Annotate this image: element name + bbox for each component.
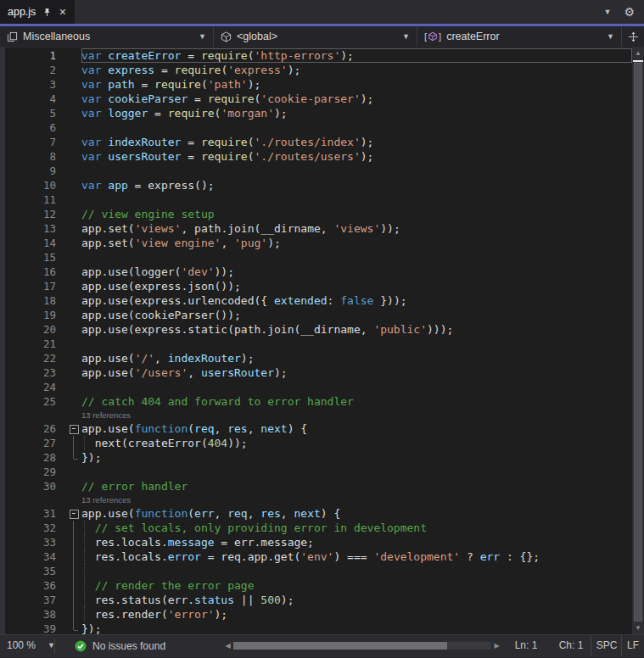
zoom-selector[interactable]: 100 % ▼ <box>7 635 55 656</box>
code-text[interactable]: // error handler <box>81 479 632 494</box>
code-text[interactable]: res.locals.error = req.app.get('env') ==… <box>81 549 632 564</box>
split-window-button[interactable] <box>622 26 644 47</box>
code-text[interactable]: app.set('view engine', 'pug'); <box>81 236 632 250</box>
code-text[interactable]: app.set('views', path.join(__dirname, 'v… <box>81 221 632 236</box>
code-text[interactable]: var indexRouter = require('./routes/inde… <box>81 135 632 149</box>
line-number[interactable]: 19 <box>0 308 68 322</box>
codelens-references-link[interactable]: 13 references <box>81 409 632 421</box>
line-number[interactable]: 6 <box>0 120 68 135</box>
code-text[interactable] <box>81 564 632 578</box>
code-text[interactable] <box>81 465 632 479</box>
line-number[interactable]: 17 <box>0 279 68 293</box>
code-text[interactable]: res.status(err.status || 500); <box>81 593 632 607</box>
line-number[interactable]: 12 <box>0 207 68 221</box>
code-text[interactable]: var createError = require('http-errors')… <box>81 48 632 63</box>
line-number[interactable]: 28 <box>0 450 68 465</box>
code-text[interactable]: // catch 404 and forward to error handle… <box>81 394 632 409</box>
spaces-indicator[interactable]: SPC <box>591 635 622 656</box>
code-text[interactable] <box>81 250 632 265</box>
line-number[interactable]: 38 <box>0 607 68 622</box>
line-number[interactable]: 13 <box>0 221 68 236</box>
line-number[interactable]: 5 <box>0 106 68 120</box>
code-text[interactable]: next(createError(404)); <box>81 436 632 450</box>
code-editor[interactable]: 1var createError = require('http-errors'… <box>0 47 644 634</box>
vertical-scrollbar[interactable]: ▲ ▼ <box>632 47 644 634</box>
line-number[interactable]: 11 <box>0 192 68 207</box>
line-number[interactable]: 15 <box>0 250 68 265</box>
line-number[interactable]: 9 <box>0 164 68 178</box>
code-text[interactable]: // render the error page <box>81 578 632 593</box>
member-dropdown[interactable]: [ ] createError ▼ <box>417 26 622 47</box>
line-number[interactable]: 3 <box>0 77 68 92</box>
fold-collapse-icon[interactable] <box>68 506 81 521</box>
fold-collapse-icon[interactable] <box>68 421 81 436</box>
code-text[interactable]: // set locals, only providing error in d… <box>81 521 632 535</box>
line-number[interactable]: 2 <box>0 63 68 77</box>
code-text[interactable]: }); <box>81 622 632 634</box>
line-number[interactable]: 16 <box>0 265 68 279</box>
horizontal-scrollbar[interactable]: ◀ ▶ <box>222 640 502 651</box>
line-number[interactable]: 32 <box>0 521 68 535</box>
line-number[interactable]: 29 <box>0 465 68 479</box>
horizontal-scrollbar-track[interactable] <box>233 642 491 650</box>
line-number[interactable]: 36 <box>0 578 68 593</box>
code-text[interactable]: var app = express(); <box>81 178 632 192</box>
line-number[interactable]: 18 <box>0 293 68 308</box>
code-text[interactable] <box>81 164 632 178</box>
code-text[interactable]: var cookieParser = require('cookie-parse… <box>81 92 632 106</box>
line-number[interactable]: 20 <box>0 322 68 337</box>
code-text[interactable]: // view engine setup <box>81 207 632 221</box>
scroll-left-arrow-icon[interactable]: ◀ <box>222 642 233 650</box>
scroll-down-arrow-icon[interactable]: ▼ <box>632 622 644 634</box>
line-number[interactable]: 23 <box>0 365 68 380</box>
vertical-scrollbar-thumb[interactable] <box>634 63 642 622</box>
code-text[interactable]: app.use(express.urlencoded({ extended: f… <box>81 293 632 308</box>
eol-indicator[interactable]: LF <box>621 635 644 656</box>
code-text[interactable] <box>81 192 632 207</box>
code-text[interactable]: var usersRouter = require('./routes/user… <box>81 149 632 164</box>
line-number[interactable]: 25 <box>0 394 68 409</box>
code-text[interactable]: var path = require('path'); <box>81 77 632 92</box>
line-number[interactable]: 10 <box>0 178 68 192</box>
line-number[interactable]: 31 <box>0 506 68 521</box>
line-number[interactable]: 22 <box>0 351 68 365</box>
scope-dropdown[interactable]: <global> ▼ <box>214 26 417 47</box>
code-text[interactable]: app.use(express.static(path.join(__dirna… <box>81 322 632 337</box>
project-dropdown[interactable]: Miscellaneous ▼ <box>0 26 214 47</box>
code-text[interactable]: }); <box>81 450 632 465</box>
code-text[interactable]: app.use('/users', usersRouter); <box>81 365 632 380</box>
code-text[interactable]: app.use(logger('dev')); <box>81 265 632 279</box>
code-text[interactable]: app.use(function(req, res, next) { <box>81 421 632 436</box>
code-text[interactable]: var express = require('express'); <box>81 63 632 77</box>
line-number[interactable]: 27 <box>0 436 68 450</box>
line-indicator[interactable]: Ln: 1 <box>505 635 547 656</box>
scroll-right-arrow-icon[interactable]: ▶ <box>491 642 502 650</box>
pin-icon[interactable] <box>42 8 52 17</box>
chevron-down-icon[interactable]: ▼ <box>604 8 612 16</box>
line-number[interactable]: 33 <box>0 535 68 549</box>
tab-appjs[interactable]: app.js ✕ <box>0 0 75 24</box>
issues-indicator[interactable]: No issues found <box>75 635 165 656</box>
close-icon[interactable]: ✕ <box>59 7 66 18</box>
code-text[interactable]: var logger = require('morgan'); <box>81 106 632 120</box>
codelens-references-link[interactable]: 13 references <box>81 494 632 506</box>
code-text[interactable]: app.use(function(err, req, res, next) { <box>81 506 632 521</box>
code-text[interactable]: app.use(cookieParser()); <box>81 308 632 322</box>
line-number[interactable]: 4 <box>0 92 68 106</box>
column-indicator[interactable]: Ch: 1 <box>551 635 591 656</box>
gear-icon[interactable]: ⚙ <box>624 5 635 19</box>
line-number[interactable]: 24 <box>0 380 68 394</box>
line-number[interactable]: 26 <box>0 421 68 436</box>
code-text[interactable]: res.render('error'); <box>81 607 632 622</box>
line-number[interactable]: 21 <box>0 337 68 351</box>
code-text[interactable]: app.use('/', indexRouter); <box>81 351 632 365</box>
code-text[interactable] <box>81 120 632 135</box>
code-text[interactable] <box>81 380 632 394</box>
line-number[interactable]: 1 <box>0 48 68 63</box>
code-text[interactable]: app.use(express.json()); <box>81 279 632 293</box>
line-number[interactable]: 34 <box>0 549 68 564</box>
horizontal-scrollbar-thumb[interactable] <box>233 642 447 650</box>
code-text[interactable] <box>81 337 632 351</box>
line-number[interactable]: 35 <box>0 564 68 578</box>
line-number[interactable]: 8 <box>0 149 68 164</box>
